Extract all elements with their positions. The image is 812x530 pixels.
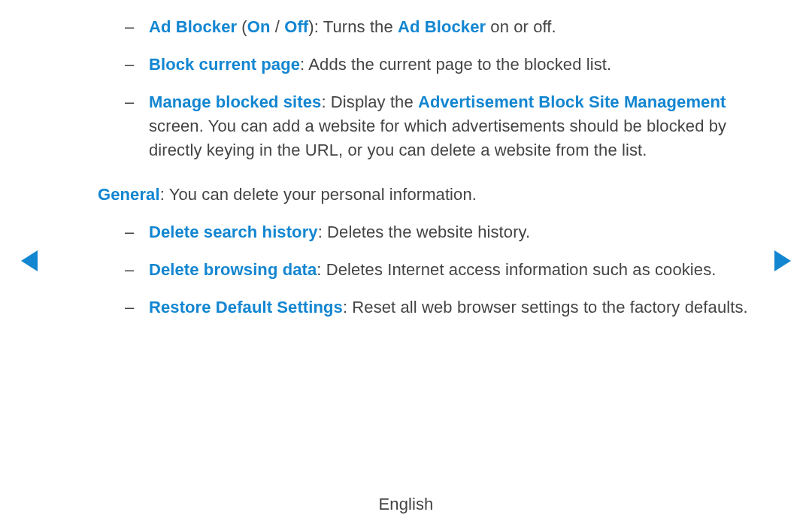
item-label: Restore Default Settings xyxy=(149,298,343,316)
item-label: Block current page xyxy=(149,55,300,74)
list-item: – Block current page: Adds the current p… xyxy=(113,53,752,77)
section-label: General xyxy=(98,185,160,204)
section-desc: : You can delete your personal informati… xyxy=(160,185,477,204)
list-item: – Delete browsing data: Deletes Internet… xyxy=(113,258,752,282)
item-label: Ad Blocker xyxy=(149,17,237,36)
list-item: – Manage blocked sites: Display the Adve… xyxy=(113,90,752,162)
list-item: – Restore Default Settings: Reset all we… xyxy=(113,295,752,320)
language-indicator: English xyxy=(0,492,812,516)
item-desc: : Turns the xyxy=(314,17,398,36)
text: ( xyxy=(237,17,247,36)
item-label: Manage blocked sites xyxy=(149,92,321,111)
bullet-dash: – xyxy=(125,53,134,77)
item-desc: : Reset all web browser settings to the … xyxy=(343,298,748,316)
list-item: – Delete search history: Deletes the web… xyxy=(113,220,752,244)
text: / xyxy=(271,17,285,36)
item-desc: on or off. xyxy=(486,17,556,36)
item-desc: screen. You can add a website for which … xyxy=(149,117,726,159)
previous-page-button[interactable] xyxy=(21,250,38,271)
item-desc: : Display the xyxy=(321,92,418,111)
item-desc: : Deletes the website history. xyxy=(318,223,531,241)
bullet-dash: – xyxy=(125,90,134,114)
list-item: – Ad Blocker (On / Off): Turns the Ad Bl… xyxy=(113,15,752,39)
inline-term: Ad Blocker xyxy=(398,17,486,36)
bullet-dash: – xyxy=(125,295,134,320)
item-label: Delete browsing data xyxy=(149,260,317,279)
option-on: On xyxy=(247,17,271,36)
help-content: – Ad Blocker (On / Off): Turns the Ad Bl… xyxy=(113,15,752,333)
option-off: Off xyxy=(284,17,308,36)
bullet-dash: – xyxy=(125,15,134,39)
item-desc: : Deletes Internet access information su… xyxy=(317,260,716,279)
section-heading: General: You can delete your personal in… xyxy=(98,183,752,207)
text: ) xyxy=(308,17,314,36)
bullet-dash: – xyxy=(125,258,134,282)
next-page-button[interactable] xyxy=(774,250,791,271)
inline-term: Advertisement Block Site Management xyxy=(418,92,726,111)
bullet-dash: – xyxy=(125,220,134,244)
item-desc: : Adds the current page to the blocked l… xyxy=(300,55,611,74)
item-label: Delete search history xyxy=(149,223,318,241)
